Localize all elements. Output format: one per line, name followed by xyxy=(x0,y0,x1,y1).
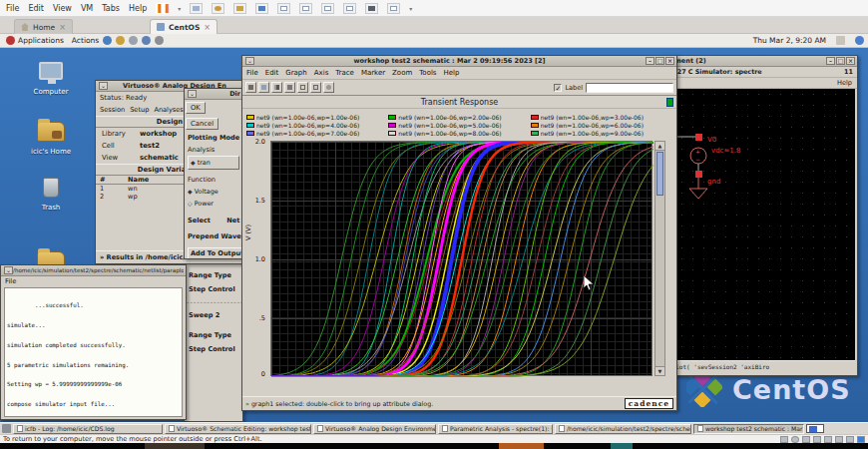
scrollbar-thumb[interactable] xyxy=(656,152,663,196)
applications-menu[interactable]: Applications xyxy=(18,36,64,45)
update-notifier-icon[interactable] xyxy=(855,36,864,45)
legend-entry[interactable]: net9 (wn=1.00e-06,wp=5.00e-06) xyxy=(388,122,530,129)
schematic-titlebar[interactable]: onment (2) – □ × xyxy=(663,56,857,67)
vm-tools-icon[interactable] xyxy=(857,436,865,443)
wave-menu-help[interactable]: Help xyxy=(444,69,460,77)
function-power-radio[interactable]: ◇ Power xyxy=(185,198,242,210)
vm-unity-icon[interactable] xyxy=(365,3,378,14)
cancel-button[interactable]: Cancel xyxy=(186,118,218,130)
vm-menu-help[interactable]: Help xyxy=(129,4,147,13)
schematic-minimize-button[interactable]: – xyxy=(826,57,835,65)
log-menu-file[interactable]: File xyxy=(1,276,186,286)
wave-close-button[interactable]: × xyxy=(665,57,674,65)
wave-maximize-button[interactable]: □ xyxy=(655,57,664,65)
log-menu-button[interactable]: ⌄ xyxy=(4,266,13,274)
vm-menu-view[interactable]: View xyxy=(53,4,72,13)
schematic-canvas[interactable]: V0 + − vdc=1.8 gnd xyxy=(665,89,855,360)
ade-menu-analyses[interactable]: Analyses xyxy=(154,106,183,114)
direct-plot-menu-button[interactable]: ⌄ xyxy=(188,90,197,98)
vm-menu-tabs[interactable]: Tabs xyxy=(102,4,120,13)
scroll-up-icon[interactable]: ▲ xyxy=(655,142,664,151)
vm-snapshot-icon[interactable] xyxy=(212,3,224,14)
actions-menu[interactable]: Actions xyxy=(72,36,99,45)
legend-entry[interactable]: net9 (wn=1.00e-06,wp=1.00e-06) xyxy=(246,114,388,121)
legend-entry[interactable]: net9 (wn=1.00e-06,wp=7.00e-06) xyxy=(246,130,388,137)
browser-launcher-icon[interactable] xyxy=(103,36,112,45)
printer-icon[interactable] xyxy=(824,436,832,443)
wave-menu-trace[interactable]: Trace xyxy=(335,69,354,77)
desktop-icon-computer[interactable]: Computer xyxy=(22,62,80,96)
ade-menu-session[interactable]: Session xyxy=(100,106,125,114)
hard-disk-icon[interactable] xyxy=(780,436,788,443)
legend-entry[interactable]: net9 (wn=1.00e-06,wp=2.00e-06) xyxy=(388,114,530,121)
subwindow-icon[interactable] xyxy=(297,82,308,93)
vm-pause-icon[interactable]: ❚❚ xyxy=(156,3,169,14)
schematic-close-button[interactable]: × xyxy=(846,57,855,65)
schematic-help-menu[interactable]: Help xyxy=(663,78,857,89)
wave-menu-zoom[interactable]: Zoom xyxy=(392,69,412,77)
vm-menu-edit[interactable]: Edit xyxy=(28,4,44,13)
sound-icon[interactable] xyxy=(835,436,843,443)
vm-menu-file[interactable]: File xyxy=(6,4,19,13)
ade-menu-setup[interactable]: Setup xyxy=(130,106,149,114)
refresh-icon[interactable] xyxy=(323,82,334,93)
vm-menu-vm[interactable]: VM xyxy=(81,4,93,13)
wave-minimize-button[interactable]: – xyxy=(646,57,654,65)
analysis-tran-radio[interactable]: ◆ tran xyxy=(188,156,239,170)
taskbar-button-log[interactable]: /home/icic/simulation/test2/spectre/sche… xyxy=(555,424,691,434)
wave-menu-graph[interactable]: Graph xyxy=(285,69,306,77)
strip-chart-icon[interactable] xyxy=(271,82,282,93)
label-checkbox[interactable]: ✓ xyxy=(554,84,562,92)
legend-entry[interactable]: net9 (wn=1.00e-06,wp=6.00e-06) xyxy=(531,122,672,129)
vm-fullscreen-icon[interactable] xyxy=(387,3,400,14)
wave-menu-axis[interactable]: Axis xyxy=(314,69,329,77)
label-input[interactable] xyxy=(586,83,673,93)
notes-launcher-icon[interactable] xyxy=(129,36,138,45)
vm-show-library-icon[interactable] xyxy=(277,3,290,14)
tab-home[interactable]: Home × xyxy=(14,19,73,34)
wave-menu-marker[interactable]: Marker xyxy=(361,69,385,77)
legend-entry[interactable]: net9 (wn=1.00e-06,wp=4.00e-06) xyxy=(246,122,388,129)
vm-pause-caret-icon[interactable]: ▾ xyxy=(178,5,181,12)
ok-button[interactable]: OK xyxy=(186,102,206,114)
tab-centos[interactable]: CentOS × xyxy=(150,19,217,34)
legend-entry[interactable]: net9 (wn=1.00e-06,wp=3.00e-06) xyxy=(531,114,672,121)
vm-console-icon[interactable] xyxy=(343,3,356,14)
tab-centos-close-icon[interactable]: × xyxy=(204,23,211,32)
taskbar-button-parametric[interactable]: Parametric Analysis - spectre(1): worksh… xyxy=(438,424,553,434)
vm-show-thumbnails-icon[interactable] xyxy=(299,3,312,14)
cd-rom-icon[interactable] xyxy=(791,436,799,443)
vm-fullscreen-caret-icon[interactable]: ▾ xyxy=(409,5,412,12)
usb-icon[interactable] xyxy=(846,436,854,443)
schematic-maximize-button[interactable]: □ xyxy=(836,57,845,65)
wave-menu-button[interactable]: ⌄ xyxy=(245,57,254,65)
terminal-launcher-icon[interactable] xyxy=(142,36,151,45)
taskbar-button-ciw[interactable]: icfb - Log: /home/icic/CDS.log xyxy=(13,424,163,434)
workspace-pager[interactable] xyxy=(806,424,824,433)
plot-canvas[interactable] xyxy=(270,141,652,376)
wave-menu-tools[interactable]: Tools xyxy=(419,69,436,77)
desktop-icon-trash[interactable]: Trash xyxy=(22,178,80,212)
vm-layout-icon[interactable] xyxy=(321,3,334,14)
wave-menu-file[interactable]: File xyxy=(246,69,258,77)
print-icon[interactable] xyxy=(245,82,256,93)
taskbar-button-waveform[interactable]: workshop test2 schematic : Mar 2 09:19:5… xyxy=(693,424,804,434)
printer-launcher-icon[interactable] xyxy=(155,36,164,45)
legend-entry[interactable]: net9 (wn=1.00e-06,wp=9.00e-06) xyxy=(531,130,672,137)
floppy-icon[interactable] xyxy=(802,436,810,443)
export-image-icon[interactable] xyxy=(258,82,269,93)
vm-ctrl-alt-del-icon[interactable] xyxy=(190,3,203,14)
schematic-command-line[interactable]: tPlot( 'sevSession2 'axiBiro xyxy=(665,360,855,373)
wave-titlebar[interactable]: ⌄ workshop test2 schematic : Mar 2 09:19… xyxy=(242,56,676,67)
network-adapter-icon[interactable] xyxy=(813,436,821,443)
composite-chart-icon[interactable] xyxy=(284,82,295,93)
scroll-down-icon[interactable]: ▼ xyxy=(655,366,664,375)
clock[interactable]: Thu Mar 2, 9:20 AM xyxy=(753,36,826,45)
taskbar-button-schematic-editor[interactable]: Virtuoso® Schematic Editing: workshop te… xyxy=(165,424,311,434)
desktop-icon-home[interactable]: icic's Home xyxy=(22,120,80,156)
vm-revert-icon[interactable] xyxy=(233,3,246,14)
function-voltage-radio[interactable]: ◆ Voltage xyxy=(185,186,242,198)
volume-icon[interactable] xyxy=(836,36,845,45)
vm-manage-snapshot-icon[interactable] xyxy=(255,3,268,14)
email-launcher-icon[interactable] xyxy=(116,36,125,45)
